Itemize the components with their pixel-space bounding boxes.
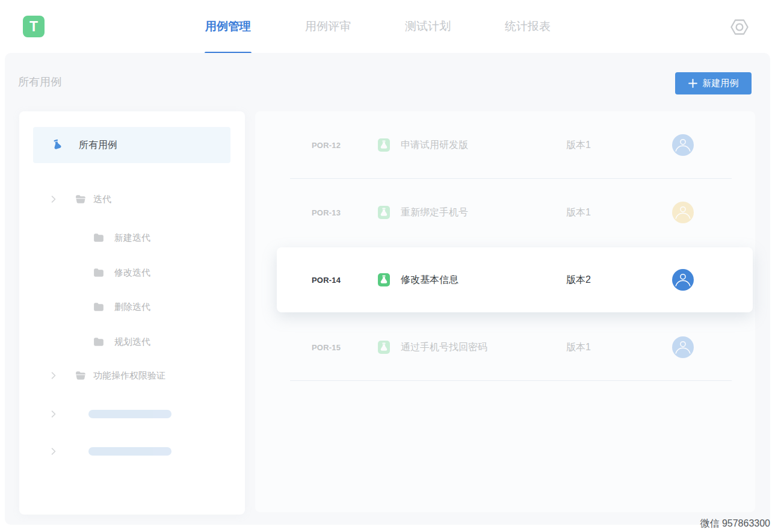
tree-item[interactable]: 迭代 [19,190,245,208]
plus-icon [688,79,697,88]
avatar [672,202,694,223]
app-logo[interactable]: T [23,16,45,37]
new-case-button-label: 新建用例 [703,78,739,89]
case-id: POR-12 [312,141,378,150]
case-row[interactable]: POR-15 通过手机号找回密码 版本1 [255,314,755,381]
nav-tab[interactable]: 测试计划 [405,0,451,53]
case-id: POR-15 [312,343,378,352]
sidebar-panel: 所有用例 迭代 新建 [19,111,245,515]
tree-item-label: 删除迭代 [114,302,150,313]
nav-tab[interactable]: 统计报表 [505,0,551,53]
case-title: 修改基本信息 [401,274,566,286]
test-case-icon [378,341,390,354]
main-panel: 所有用例 新建用例 所有用例 [5,53,770,525]
case-row[interactable]: POR-12 申请试用研发版 版本1 [255,111,755,179]
case-id: POR-13 [312,208,378,217]
tree-item[interactable] [19,442,245,460]
tree-item-label: 新建迭代 [114,232,150,244]
avatar [672,134,694,156]
case-row[interactable]: POR-14 修改基本信息 版本2 [277,247,753,312]
logo-letter: T [29,19,38,35]
skeleton-bar [88,410,171,418]
case-title: 申请试用研发版 [401,139,566,152]
tab-label: 统计报表 [505,19,551,34]
tab-label: 用例管理 [205,19,251,34]
skeleton-bar [88,447,171,456]
page-title: 所有用例 [18,75,61,89]
nav-tab[interactable]: 用例管理 [205,0,251,53]
tree-item[interactable]: 规划迭代 [19,333,245,351]
chevron-right-icon [49,409,58,419]
avatar [672,336,694,358]
folder-icon [75,194,86,204]
case-title: 通过手机号找回密码 [401,341,566,354]
top-nav: T 用例管理 用例评审 测试计划 统计报表 [0,0,775,53]
nav-tabs: 用例管理 用例评审 测试计划 统计报表 [205,0,551,53]
tree-item-label: 迭代 [93,194,111,205]
folder-icon [93,233,104,243]
avatar [672,269,694,291]
new-case-button[interactable]: 新建用例 [675,72,752,94]
test-case-icon [378,273,390,286]
tab-label: 测试计划 [405,19,451,34]
case-list-panel: POR-12 申请试用研发版 版本1 POR-13 重新绑定手机号 [255,111,755,512]
tree-item[interactable]: 功能操作权限验证 [19,367,245,385]
folder-icon [75,371,86,380]
test-case-icon [378,138,390,152]
tree-item-label: 功能操作权限验证 [93,370,165,382]
case-row[interactable]: POR-13 重新绑定手机号 版本1 [255,179,755,246]
chevron-right-icon [49,447,58,456]
tree-item-label: 规划迭代 [114,336,150,348]
nav-tab[interactable]: 用例评审 [305,0,351,53]
settings-gear-icon[interactable] [729,16,750,38]
chevron-right-icon [49,371,58,380]
folder-icon [93,268,104,277]
tree-item[interactable] [19,405,245,423]
case-tree: 迭代 新建迭代 修改迭代 [19,111,245,515]
case-version: 版本2 [566,274,672,286]
tab-label: 用例评审 [305,19,351,34]
tree-item-label: 修改迭代 [114,267,150,279]
tree-item[interactable]: 新建迭代 [19,229,245,247]
chevron-right-icon [49,194,58,204]
case-version: 版本1 [566,341,672,354]
case-title: 重新绑定手机号 [401,206,566,219]
case-id: POR-14 [312,276,378,285]
case-version: 版本1 [566,139,672,152]
folder-icon [93,302,104,312]
tree-item[interactable]: 修改迭代 [19,264,245,282]
folder-icon [93,337,104,347]
tree-item[interactable]: 删除迭代 [19,298,245,316]
test-case-icon [378,206,390,219]
watermark-text: 微信 957863300 [700,518,770,530]
case-version: 版本1 [566,206,672,219]
